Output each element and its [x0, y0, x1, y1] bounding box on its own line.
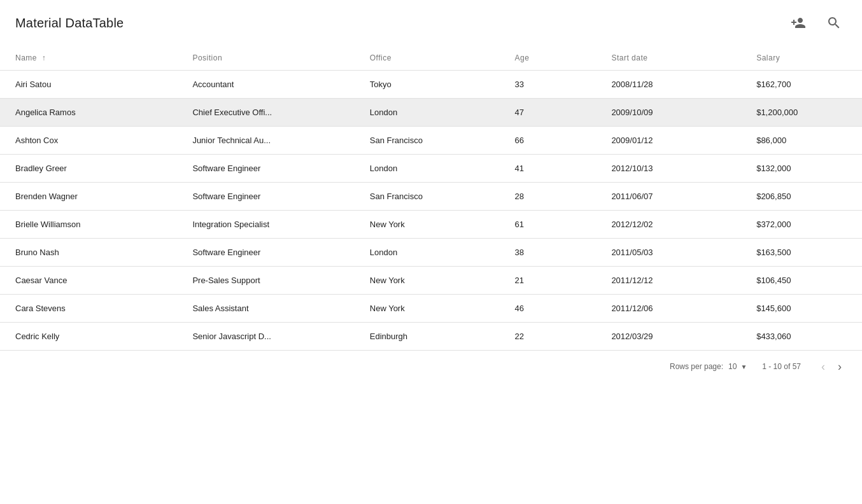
cell-start-date: 2011/12/12 [596, 267, 741, 295]
pagination-info: 1 - 10 of 57 [762, 362, 801, 371]
search-icon [826, 15, 842, 31]
cell-office: San Francisco [355, 127, 500, 155]
cell-start-date: 2012/03/29 [596, 323, 741, 351]
cell-salary: $86,000 [741, 127, 862, 155]
cell-name: Airi Satou [0, 71, 177, 99]
table-row[interactable]: Cara StevensSales AssistantNew York46201… [0, 295, 862, 323]
cell-office: San Francisco [355, 183, 500, 211]
col-salary[interactable]: Salary [741, 46, 862, 71]
cell-position: Software Engineer [177, 155, 354, 183]
table-row[interactable]: Bruno NashSoftware EngineerLondon382011/… [0, 239, 862, 267]
cell-office: London [355, 155, 500, 183]
cell-age: 22 [500, 323, 597, 351]
cell-name: Ashton Cox [0, 127, 177, 155]
cell-salary: $106,450 [741, 267, 862, 295]
cell-position: Junior Technical Au... [177, 127, 354, 155]
cell-position: Accountant [177, 71, 354, 99]
table-row[interactable]: Angelica RamosChief Executive Offi...Lon… [0, 99, 862, 127]
cell-office: Edinburgh [355, 323, 500, 351]
cell-start-date: 2011/06/07 [596, 183, 741, 211]
col-name-label: Name [15, 53, 37, 62]
rows-per-page-label: Rows per page: [670, 362, 723, 371]
cell-start-date: 2011/05/03 [596, 239, 741, 267]
cell-age: 46 [500, 295, 597, 323]
table-wrapper: Name ↑ Position Office Age Start date [0, 46, 862, 351]
col-office[interactable]: Office [355, 46, 500, 71]
header: Material DataTable [0, 0, 862, 46]
chevron-right-icon: › [838, 361, 842, 372]
col-name[interactable]: Name ↑ [0, 46, 177, 71]
add-user-button[interactable] [786, 10, 811, 36]
cell-start-date: 2009/10/09 [596, 99, 741, 127]
search-button[interactable] [821, 10, 847, 36]
table-row[interactable]: Bradley GreerSoftware EngineerLondon4120… [0, 155, 862, 183]
cell-name: Brielle Williamson [0, 211, 177, 239]
cell-salary: $132,000 [741, 155, 862, 183]
cell-age: 47 [500, 99, 597, 127]
cell-position: Chief Executive Offi... [177, 99, 354, 127]
table-row[interactable]: Airi SatouAccountantTokyo332008/11/28$16… [0, 71, 862, 99]
cell-office: London [355, 99, 500, 127]
cell-salary: $433,060 [741, 323, 862, 351]
app-container: Material DataTable Name ↑ [0, 0, 862, 504]
col-position[interactable]: Position [177, 46, 354, 71]
cell-office: New York [355, 295, 500, 323]
cell-start-date: 2011/12/06 [596, 295, 741, 323]
table-footer: Rows per page: 10 ▼ 1 - 10 of 57 ‹ › [0, 351, 862, 382]
cell-age: 28 [500, 183, 597, 211]
pagination-controls: ‹ › [816, 356, 847, 377]
rows-per-page-select[interactable]: 10 ▼ [728, 362, 747, 371]
cell-age: 38 [500, 239, 597, 267]
cell-salary: $162,700 [741, 71, 862, 99]
cell-office: New York [355, 267, 500, 295]
cell-name: Bradley Greer [0, 155, 177, 183]
cell-name: Caesar Vance [0, 267, 177, 295]
cell-office: London [355, 239, 500, 267]
cell-start-date: 2012/12/02 [596, 211, 741, 239]
col-salary-label: Salary [756, 53, 780, 62]
table-body: Airi SatouAccountantTokyo332008/11/28$16… [0, 71, 862, 351]
cell-position: Senior Javascript D... [177, 323, 354, 351]
page-title: Material DataTable [15, 16, 124, 31]
table-row[interactable]: Ashton CoxJunior Technical Au...San Fran… [0, 127, 862, 155]
col-start-date[interactable]: Start date [596, 46, 741, 71]
next-page-button[interactable]: › [833, 356, 847, 377]
col-age-label: Age [515, 53, 530, 62]
sort-asc-icon: ↑ [42, 53, 46, 62]
cell-age: 66 [500, 127, 597, 155]
cell-office: New York [355, 211, 500, 239]
table-row[interactable]: Cedric KellySenior Javascript D...Edinbu… [0, 323, 862, 351]
cell-salary: $372,000 [741, 211, 862, 239]
cell-office: Tokyo [355, 71, 500, 99]
table-row[interactable]: Caesar VancePre-Sales SupportNew York212… [0, 267, 862, 295]
table-row[interactable]: Brielle WilliamsonIntegration Specialist… [0, 211, 862, 239]
table-header: Name ↑ Position Office Age Start date [0, 46, 862, 71]
prev-page-button[interactable]: ‹ [816, 356, 830, 377]
cell-start-date: 2012/10/13 [596, 155, 741, 183]
cell-position: Sales Assistant [177, 295, 354, 323]
col-age[interactable]: Age [500, 46, 597, 71]
cell-start-date: 2009/01/12 [596, 127, 741, 155]
data-table: Name ↑ Position Office Age Start date [0, 46, 862, 351]
col-office-label: Office [370, 53, 392, 62]
col-position-label: Position [192, 53, 222, 62]
header-row: Name ↑ Position Office Age Start date [0, 46, 862, 71]
cell-salary: $1,200,000 [741, 99, 862, 127]
cell-name: Cedric Kelly [0, 323, 177, 351]
cell-position: Software Engineer [177, 183, 354, 211]
cell-position: Integration Specialist [177, 211, 354, 239]
cell-name: Brenden Wagner [0, 183, 177, 211]
col-start-date-label: Start date [611, 53, 647, 62]
cell-name: Cara Stevens [0, 295, 177, 323]
cell-salary: $145,600 [741, 295, 862, 323]
cell-name: Angelica Ramos [0, 99, 177, 127]
cell-position: Software Engineer [177, 239, 354, 267]
add-person-icon [791, 15, 806, 31]
header-actions [786, 10, 847, 36]
cell-salary: $206,850 [741, 183, 862, 211]
chevron-down-icon: ▼ [740, 363, 747, 370]
table-row[interactable]: Brenden WagnerSoftware EngineerSan Franc… [0, 183, 862, 211]
cell-position: Pre-Sales Support [177, 267, 354, 295]
cell-age: 33 [500, 71, 597, 99]
cell-start-date: 2008/11/28 [596, 71, 741, 99]
